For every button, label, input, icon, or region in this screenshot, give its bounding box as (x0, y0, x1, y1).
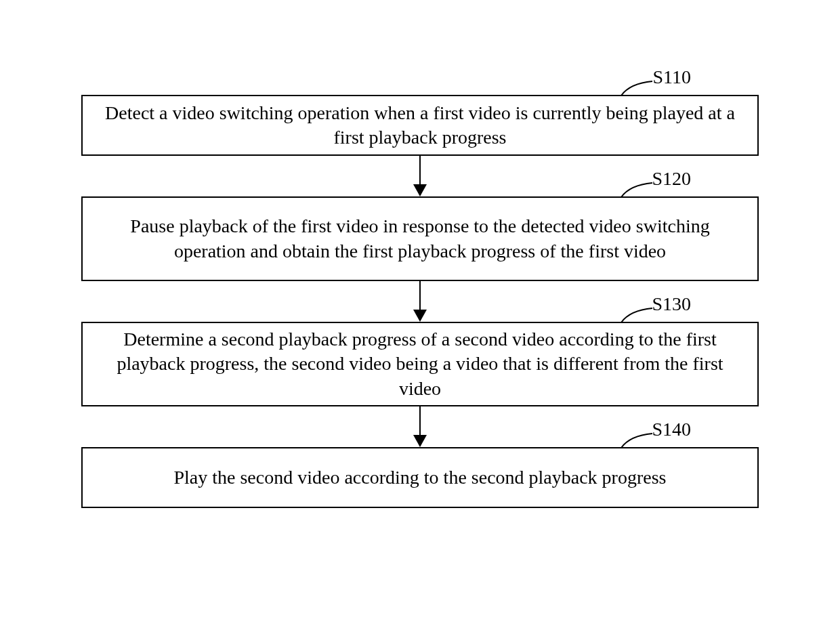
step-label-s140: S140 (652, 419, 691, 440)
step-text: Detect a video switching operation when … (96, 101, 744, 150)
arrow-head-icon (413, 310, 427, 322)
arrow-line-icon (419, 406, 421, 435)
arrow-line-icon (419, 281, 421, 310)
arrow-line-icon (419, 156, 421, 184)
step-label-text: S140 (652, 419, 691, 440)
step-text: Play the second video according to the s… (173, 465, 666, 490)
flowchart-container: S110 Detect a video switching operation … (81, 95, 759, 508)
flowchart-step-box: Detect a video switching operation when … (81, 95, 759, 156)
arrow-head-icon (413, 184, 427, 196)
step-text: Determine a second playback progress of … (96, 327, 744, 401)
flowchart-step-box: Determine a second playback progress of … (81, 322, 759, 406)
flowchart-step-box: Pause playback of the first video in res… (81, 196, 759, 281)
step-label-text: S110 (652, 66, 691, 87)
step-text: Pause playback of the first video in res… (96, 214, 744, 264)
arrow-head-icon (413, 435, 427, 447)
step-label-s130: S130 (652, 293, 691, 315)
step-label-s120: S120 (652, 168, 691, 190)
step-label-text: S120 (652, 168, 691, 189)
step-label-s110: S110 (652, 66, 691, 88)
step-label-text: S130 (652, 293, 691, 314)
flowchart-step-box: Play the second video according to the s… (81, 447, 759, 508)
